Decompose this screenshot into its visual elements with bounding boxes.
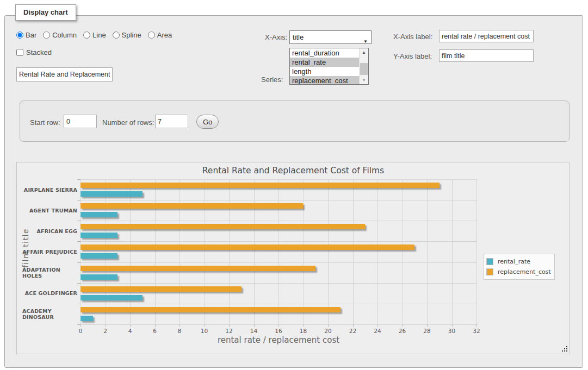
chart-type-label: Line <box>92 31 106 39</box>
grid-line <box>328 179 329 324</box>
chart-type-option-spline[interactable]: Spline <box>113 31 141 39</box>
grid-line <box>130 179 131 324</box>
x-tick-label: 26 <box>394 328 411 334</box>
bar-rental_rate <box>81 316 93 321</box>
y-category-label: ADAPTATION HOLES <box>22 262 77 283</box>
bar-replacement_cost <box>81 307 341 312</box>
grid-line <box>81 241 476 242</box>
page: Display chart BarColumnLineSplineArea St… <box>0 0 588 370</box>
stacked-checkbox-row: Stacked <box>16 48 52 57</box>
y-category-label: AGENT TRUMAN <box>22 200 77 221</box>
x-axis-title: rental rate / replacement cost <box>81 335 476 345</box>
series-option-rental_rate[interactable]: rental_rate <box>290 58 359 67</box>
x-tick-label: 0 <box>72 328 89 334</box>
scroll-down-icon[interactable]: ▼ <box>360 76 368 84</box>
x-tick-label: 6 <box>147 328 163 334</box>
y-tick-mark <box>77 262 81 263</box>
x-tick-label: 8 <box>171 328 188 334</box>
x-tick-label: 16 <box>270 328 287 334</box>
grid-line <box>180 179 180 324</box>
grid-line <box>278 179 279 324</box>
grid-line <box>205 179 205 324</box>
num-rows-label: Number of rows: <box>102 118 154 127</box>
grid-line <box>476 179 477 324</box>
chart-type-label: Area <box>157 31 172 39</box>
x-axis-label-field-label: X-Axis label: <box>393 33 432 41</box>
bar-replacement_cost <box>81 286 242 292</box>
chart-type-radio-spline[interactable] <box>113 32 120 39</box>
grid-line <box>254 179 255 324</box>
x-tick-label: 10 <box>196 328 213 334</box>
y-tick-mark <box>77 241 81 242</box>
chart-type-radio-group: BarColumnLineSplineArea <box>16 31 172 39</box>
chart-type-option-area[interactable]: Area <box>148 31 172 39</box>
x-axis-select[interactable]: title ▼ <box>289 30 372 44</box>
chart-type-option-bar[interactable]: Bar <box>16 31 36 39</box>
grid-line <box>229 179 230 324</box>
series-option-length[interactable]: length <box>290 67 359 76</box>
series-options: rental_durationrental_ratelengthreplacem… <box>290 48 368 85</box>
bar-replacement_cost <box>81 203 303 209</box>
y-axis-label-input[interactable] <box>439 49 534 62</box>
grid-line <box>81 262 476 263</box>
y-tick-mark <box>77 283 81 284</box>
grid-line <box>452 179 453 324</box>
scrollbar-thumb[interactable] <box>360 63 368 75</box>
resize-grip-icon[interactable] <box>561 346 568 352</box>
grid-line <box>81 324 476 325</box>
start-row-input[interactable] <box>64 115 97 128</box>
series-label: Series: <box>261 76 283 84</box>
series-listbox[interactable]: rental_durationrental_ratelengthreplacem… <box>289 48 369 85</box>
y-tick-mark <box>77 304 81 304</box>
x-tick-label: 4 <box>122 328 138 334</box>
bar-rental_rate <box>81 295 143 300</box>
series-scrollbar[interactable]: ▲ ▼ <box>359 48 368 84</box>
x-tick-label: 18 <box>295 328 312 334</box>
legend-swatch-replacement_cost <box>486 268 493 275</box>
chart-type-label: Spline <box>122 31 141 39</box>
legend-row: rental_rate <box>486 256 551 267</box>
y-tick-mark <box>77 179 81 180</box>
bar-rental_rate <box>81 253 117 259</box>
bar-replacement_cost <box>81 183 440 188</box>
bar-rental_rate <box>81 233 117 238</box>
chart-type-radio-bar[interactable] <box>16 32 23 39</box>
num-rows-input[interactable] <box>155 115 188 128</box>
chart-legend: rental_ratereplacement_cost <box>484 254 555 280</box>
chart-type-radio-column[interactable] <box>43 32 50 39</box>
chart-type-radio-line[interactable] <box>83 32 90 39</box>
chart-type-option-column[interactable]: Column <box>43 31 77 39</box>
chart-title-input[interactable] <box>16 67 113 81</box>
grid-line <box>155 179 156 324</box>
grid-line <box>377 179 378 324</box>
y-tick-mark <box>77 221 81 221</box>
x-axis-label-input[interactable] <box>439 30 534 42</box>
legend-row: replacement_cost <box>486 267 551 277</box>
stacked-checkbox[interactable] <box>16 49 23 56</box>
stacked-label: Stacked <box>26 48 52 57</box>
grid-line <box>304 179 304 324</box>
x-tick-label: 30 <box>444 328 460 334</box>
chart-title: Rental Rate and Replacement Cost of Film… <box>17 166 570 175</box>
x-tick-label: 24 <box>369 328 386 334</box>
series-option-rental_duration[interactable]: rental_duration <box>290 48 359 58</box>
start-row-label: Start row: <box>30 118 60 127</box>
y-category-label: AFFAIR PREJUDICE <box>22 241 77 262</box>
grid-line <box>81 283 476 284</box>
grid-line <box>106 179 106 324</box>
y-category-label: AFRICAN EGG <box>22 221 77 241</box>
bar-rental_rate <box>81 191 143 197</box>
scroll-up-icon[interactable]: ▲ <box>360 48 368 57</box>
bar-replacement_cost <box>81 244 414 250</box>
chart-type-option-line[interactable]: Line <box>83 31 106 39</box>
legend-label: rental_rate <box>498 258 530 265</box>
panel-title: Display chart <box>15 4 76 21</box>
x-tick-mark <box>476 324 477 327</box>
grid-line <box>403 179 403 324</box>
chart-type-radio-area[interactable] <box>148 32 155 39</box>
x-tick-label: 2 <box>97 328 114 334</box>
grid-line <box>353 179 354 324</box>
go-button[interactable]: Go <box>196 115 219 129</box>
series-option-replacement_cost[interactable]: replacement_cost <box>290 76 359 85</box>
chart-container: Rental Rate and Replacement Cost of Film… <box>16 162 570 354</box>
